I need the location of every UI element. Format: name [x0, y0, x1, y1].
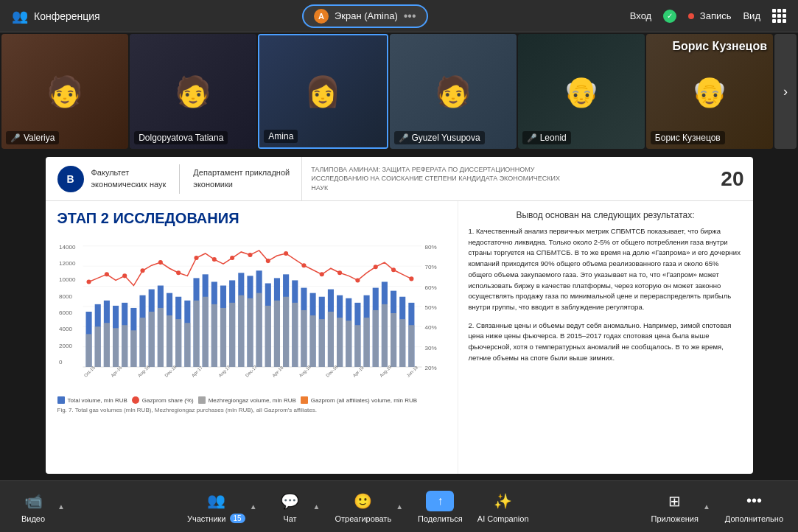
- svg-rect-69: [292, 303, 298, 367]
- svg-text:10000: 10000: [59, 276, 76, 283]
- slide-header: В Факультет экономических наук Департаме…: [46, 157, 753, 201]
- chart-legend: Total volume, mln RUB Gazprom share (%) …: [57, 396, 446, 404]
- chat-btn[interactable]: 💬 Чат: [272, 491, 309, 523]
- participant-name-dolgopyatova: Dolgopyatova Tatiana: [134, 131, 228, 144]
- scroll-right-btn[interactable]: ›: [774, 34, 797, 149]
- svg-rect-77: [327, 312, 333, 367]
- video-btn[interactable]: 📹 Видео: [15, 491, 52, 523]
- svg-rect-41: [166, 315, 172, 367]
- participants-icon: 👥: [206, 490, 226, 511]
- svg-text:50%: 50%: [424, 304, 436, 311]
- participant-name-leonid: 🎤 Leonid: [522, 131, 571, 144]
- svg-text:12000: 12000: [59, 260, 76, 267]
- top-right-name-boris: Борис Кузнецов: [672, 40, 767, 53]
- svg-point-100: [158, 260, 162, 265]
- svg-rect-31: [122, 325, 127, 367]
- svg-rect-25: [94, 326, 100, 367]
- svg-point-104: [230, 256, 234, 260]
- svg-rect-39: [157, 308, 163, 367]
- bottom-bar: 📹 Видео ▲ 👥 Участники 15 ▲ 💬 Чат ▲: [0, 480, 798, 532]
- chat-icon: 💬: [280, 491, 301, 511]
- legend-item-total: Total volume, mln RUB: [57, 396, 127, 404]
- svg-rect-37: [148, 312, 154, 367]
- record-indicator: Запись: [688, 10, 731, 21]
- mic-off-icon: 🎤: [10, 133, 21, 143]
- legend-color-gazprom: [132, 396, 139, 404]
- svg-text:2000: 2000: [59, 343, 73, 349]
- screen-share-text: Экран (Amina): [335, 10, 398, 21]
- video-strip: 🧑 🎤 Valeriya 🧑 Dolgopyatova Tatiana 👩 Am…: [0, 32, 798, 150]
- svg-text:30%: 30%: [424, 345, 436, 351]
- video-tile-gyuzel[interactable]: 🧑 🎤 Gyuzel Yusupova: [390, 34, 517, 149]
- svg-rect-27: [103, 323, 109, 367]
- share-icon: ↑: [426, 491, 454, 511]
- video-chevron[interactable]: ▲: [57, 503, 65, 511]
- grid-view-icon[interactable]: [772, 9, 786, 23]
- hse-logo: В: [57, 166, 84, 192]
- react-chevron[interactable]: ▲: [396, 503, 403, 511]
- react-icon: 🙂: [353, 491, 374, 511]
- svg-rect-65: [273, 301, 279, 367]
- faculty-text: Факультет экономических наук: [91, 167, 167, 190]
- slide-title: ЭТАП 2 ИССЛЕДОВАНИЯ: [57, 210, 446, 227]
- apps-icon: ⊞: [665, 491, 685, 511]
- record-dot: [688, 13, 694, 19]
- more-options-icon[interactable]: •••: [404, 10, 416, 23]
- svg-point-112: [373, 265, 377, 269]
- chart-caption: Fig. 7. Total gas volumes (mln RUB), Mez…: [57, 407, 446, 413]
- view-label[interactable]: Вид: [743, 10, 760, 21]
- apps-chevron[interactable]: ▲: [703, 503, 710, 511]
- svg-rect-57: [238, 295, 244, 367]
- svg-rect-43: [175, 319, 181, 367]
- more-btn[interactable]: ••• Дополнительно: [725, 491, 783, 523]
- legend-item-mezhregion: Mezhregiongaz volume, mln RUB: [198, 396, 296, 404]
- video-tile-valeriya[interactable]: 🧑 🎤 Valeriya: [1, 34, 128, 149]
- svg-point-111: [355, 278, 360, 282]
- legend-item-gazprom: Gazprom share (%): [132, 396, 194, 404]
- bottom-bar-left: 📹 Видео ▲: [15, 491, 65, 523]
- legend-color-total: [57, 396, 65, 404]
- top-bar-right: Вход ✓ Запись Вид: [630, 9, 786, 23]
- svg-rect-51: [211, 304, 217, 367]
- svg-rect-63: [265, 306, 270, 367]
- chart-svg: 14000 12000 10000 8000 6000 4000 2000 0 …: [57, 234, 446, 389]
- svg-point-113: [391, 267, 396, 272]
- svg-point-96: [86, 279, 91, 284]
- top-bar: 👥 Конференция A Экран (Amina) ••• Вход ✓…: [0, 0, 798, 32]
- svg-rect-73: [309, 315, 315, 367]
- svg-rect-47: [193, 301, 199, 367]
- react-btn[interactable]: 🙂 Отреагировать: [335, 491, 391, 523]
- svg-rect-67: [283, 297, 289, 367]
- share-btn[interactable]: ↑ Поделиться: [418, 491, 463, 523]
- chat-chevron[interactable]: ▲: [313, 503, 321, 511]
- participant-name-gyuzel: 🎤 Gyuzel Yusupova: [394, 131, 485, 144]
- participant-name-valeriya: 🎤 Valeriya: [6, 131, 59, 144]
- svg-rect-45: [184, 323, 190, 367]
- svg-point-99: [140, 268, 144, 273]
- svg-text:14000: 14000: [59, 244, 76, 251]
- login-btn[interactable]: Вход: [630, 10, 651, 21]
- video-tile-dolgopyatova[interactable]: 🧑 Dolgopyatova Tatiana: [130, 34, 256, 149]
- legend-color-affiliates: [301, 396, 308, 404]
- svg-rect-49: [202, 297, 208, 367]
- apps-btn[interactable]: ⊞ Приложения: [651, 491, 699, 523]
- svg-rect-89: [381, 304, 387, 367]
- svg-rect-71: [301, 310, 307, 367]
- participants-btn[interactable]: 👥 Участники 15: [187, 490, 245, 523]
- screen-share-label[interactable]: A Экран (Amina) •••: [302, 4, 428, 28]
- participants-chevron[interactable]: ▲: [250, 503, 257, 511]
- participant-name-amina: Amina: [264, 130, 298, 143]
- video-tile-leonid[interactable]: 👴 🎤 Leonid: [518, 34, 645, 149]
- svg-rect-81: [346, 321, 351, 367]
- slide-container: В Факультет экономических наук Департаме…: [46, 157, 753, 474]
- video-tile-amina[interactable]: 👩 Amina: [258, 34, 388, 149]
- svg-rect-29: [112, 328, 118, 367]
- ai-companion-btn[interactable]: ✨ AI Companion: [477, 491, 529, 523]
- slide-left: ЭТАП 2 ИССЛЕДОВАНИЯ 14000 12000 10000 80…: [46, 201, 458, 474]
- svg-point-105: [248, 253, 252, 257]
- video-tile-boris[interactable]: 👴 Борис Кузнецов Борис Кузнецов: [646, 34, 773, 149]
- svg-rect-75: [318, 319, 324, 367]
- top-bar-left: 👥 Конференция: [12, 8, 100, 24]
- svg-point-97: [104, 272, 108, 276]
- main-content: В Факультет экономических наук Департаме…: [0, 150, 798, 480]
